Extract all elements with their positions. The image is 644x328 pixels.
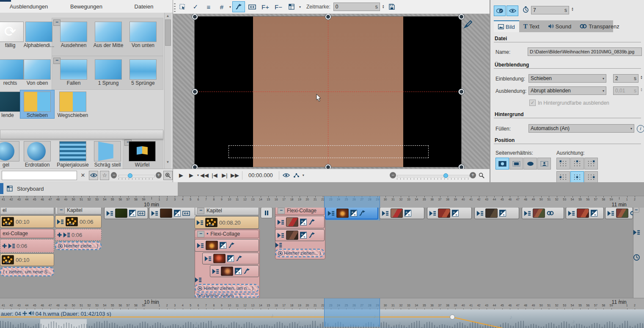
object-visibility-toggle[interactable] (506, 6, 518, 16)
align-top-center-button[interactable] (570, 158, 584, 170)
play-button[interactable]: ▶ (176, 171, 186, 180)
transition-slot[interactable] (195, 276, 259, 283)
clip[interactable]: AB (149, 208, 196, 219)
preview-zoom-out-button[interactable]: − (390, 172, 396, 178)
motion-path-tool-icon[interactable] (232, 1, 245, 12)
align-middle-center-button[interactable] (570, 171, 584, 182)
clip[interactable] (605, 208, 633, 219)
media-clip[interactable]: ► LIVE00:10 (0, 253, 54, 266)
storyboard-ruler[interactable]: 4142434445464748495051525354555657585910… (0, 196, 644, 208)
favorites-star-button[interactable]: ☆ (100, 171, 109, 180)
flexi-collage-header[interactable]: exi-Collage (0, 229, 54, 238)
effect-schieben[interactable]: Schieben (20, 90, 54, 118)
clear-search-icon[interactable]: ✕ (79, 171, 87, 180)
path-nodes-icon[interactable] (292, 171, 301, 180)
scrollbar-thumb[interactable] (165, 19, 171, 46)
save-keyframe-icon[interactable] (386, 2, 398, 12)
effect-schräg-stell[interactable]: Schräg stell (91, 140, 124, 168)
preview-canvas[interactable] (195, 17, 461, 167)
selected-clip[interactable]: AB (325, 208, 378, 220)
tab-text[interactable]: TText (519, 20, 544, 32)
zeitmarke-input[interactable]: 0 s (333, 3, 380, 11)
clip[interactable]: AB (380, 208, 424, 219)
align-top-right-button[interactable] (584, 158, 598, 170)
effect-alphablendi-[interactable]: Alphablendi... (22, 20, 56, 48)
duration-input[interactable]: 7 s (531, 6, 569, 14)
object-enabled-toggle[interactable] (494, 6, 506, 16)
effect-gel[interactable]: gel (0, 140, 23, 168)
info-icon[interactable]: i (637, 125, 644, 133)
effect-wegschieben[interactable]: Wegschieben (56, 90, 90, 118)
preview-eye-button[interactable] (89, 171, 98, 180)
align-middle-left-button[interactable] (556, 171, 570, 182)
clip[interactable]: AB (202, 253, 259, 264)
panel-splitter-handle[interactable] (174, 3, 176, 14)
drop-zone[interactable]: Hierher ziehe...) (55, 242, 102, 250)
clip[interactable]: AB (210, 265, 259, 277)
tab-bild[interactable]: Bild (494, 20, 519, 32)
audio-track[interactable]: auer: 04 04 h.wma (Dauer: 01:42/103 s) ♪… (0, 309, 644, 328)
preview-zoom-slider[interactable] (397, 173, 469, 178)
resize-handle[interactable] (192, 14, 198, 19)
select-tool-icon[interactable] (176, 2, 188, 12)
timeline-ruler[interactable]: 4142434445464748495051525354555657585910… (0, 298, 644, 310)
thumbnail-size-slider[interactable] (118, 173, 154, 178)
flexi-collage-header[interactable]: −•Flexi-Collage (195, 230, 259, 238)
grid-tool-dropdown[interactable]: ▾ (229, 5, 231, 9)
scroll-down-icon[interactable]: ▼ (165, 159, 171, 165)
move-handle-icon[interactable] (22, 311, 27, 317)
chapter-header[interactable]: −Kapitel (195, 208, 259, 215)
tab-transparenz[interactable]: Transparenz (575, 20, 624, 32)
resize-handle[interactable] (192, 164, 198, 169)
duration-spinner[interactable]: ▲▼ (571, 7, 574, 11)
selection-rect[interactable] (228, 145, 429, 158)
collapse-button[interactable]: − (278, 208, 285, 214)
aspect-ellipse-button[interactable] (523, 158, 537, 170)
ausblendung-dropdown[interactable]: Abrupt abblenden▾ (528, 86, 606, 95)
envelope-handle[interactable] (450, 314, 455, 320)
collapse-button[interactable]: − (197, 208, 204, 214)
keyframe-remove-tool-icon[interactable]: F− (272, 2, 284, 12)
clip[interactable]: AB (275, 216, 325, 228)
pause-marker-button[interactable] (261, 208, 272, 218)
clip[interactable]: AB (104, 208, 148, 219)
effect-würfel[interactable]: Würfel (125, 140, 159, 168)
effect-von-oben[interactable]: Von oben (20, 58, 54, 86)
keyframe-add-tool-icon[interactable]: F+ (259, 2, 271, 12)
clip[interactable]: AB (427, 208, 472, 219)
flexi-collage-header[interactable]: −Flexi-Collage (275, 208, 325, 215)
effects-search-input[interactable] (2, 171, 77, 180)
effect-papierjalousie[interactable]: Papierjalousie (56, 140, 90, 168)
effect-erdrotation[interactable]: Erdrotation (20, 140, 54, 168)
aspect-fit-button[interactable] (509, 158, 523, 170)
zoom-in-button[interactable]: + (156, 172, 162, 178)
drop-zone[interactable]: (r ziehen, um neue S...) (0, 267, 54, 276)
prev-frame-button[interactable]: |◀ (210, 171, 219, 180)
resize-handle[interactable] (459, 89, 464, 95)
camera-pan-tool-icon[interactable] (246, 2, 258, 12)
play-range-button[interactable]: ▶ (187, 171, 196, 180)
duration-indicator[interactable] (633, 253, 644, 262)
collapse-button[interactable]: − (197, 231, 204, 237)
scroll-up-icon[interactable]: ▲ (165, 13, 171, 19)
drop-zone[interactable]: Hierher ziehen...) (275, 249, 325, 257)
fuellen-dropdown[interactable]: Automatisch (An)▾ (528, 124, 634, 133)
snap-tool-icon[interactable]: ✓ (190, 2, 201, 12)
effect-von-unten[interactable]: Von unten (126, 20, 160, 48)
reset-zoom-button[interactable] (163, 171, 173, 180)
effects-scrollbar[interactable]: ▲ ▼ (164, 13, 171, 169)
align-middle-right-button[interactable] (584, 171, 598, 182)
tab-dateien[interactable]: Dateien (115, 3, 173, 10)
media-clip[interactable]: ► LIVE00:10 (0, 215, 54, 228)
resize-handle[interactable] (325, 164, 331, 169)
transition-slot[interactable] (633, 229, 644, 236)
add-clip-placeholder[interactable]: ✚0:06 (0, 239, 54, 253)
grid-tool-icon[interactable]: # (216, 2, 228, 12)
chapter-header[interactable]: −Kapitel (55, 208, 102, 214)
resize-handle[interactable] (192, 89, 198, 95)
track-columns-tool-dropdown[interactable]: ▾ (299, 5, 301, 9)
tab-ausblendungen[interactable]: Ausblendungen (0, 3, 58, 10)
einblendung-duration-input[interactable]: 2s (613, 74, 638, 83)
add-clip-placeholder[interactable]: ✚0:06 (55, 229, 102, 241)
align-top-left-button[interactable] (556, 158, 570, 170)
